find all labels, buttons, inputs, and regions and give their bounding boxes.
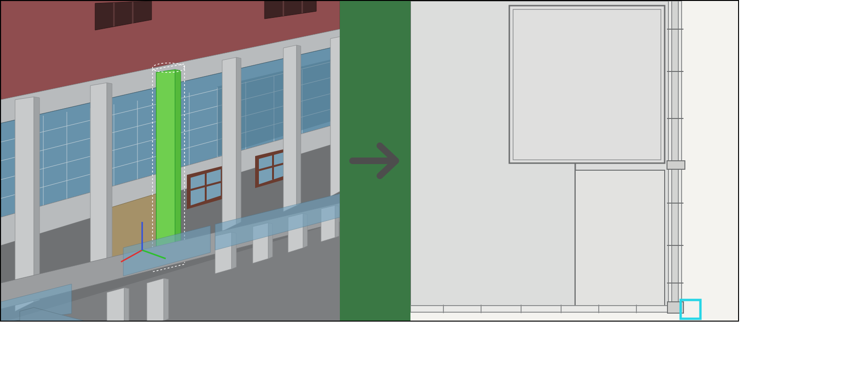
svg-marker-63 xyxy=(147,278,164,321)
view-2d[interactable] xyxy=(410,1,738,321)
svg-rect-80 xyxy=(672,1,678,311)
svg-marker-42 xyxy=(90,83,107,284)
svg-marker-47 xyxy=(297,45,301,205)
svg-marker-43 xyxy=(107,83,112,276)
svg-marker-62 xyxy=(124,288,129,321)
svg-marker-50 xyxy=(175,70,181,262)
svg-rect-75 xyxy=(509,6,665,163)
viewport-stage xyxy=(0,0,739,322)
view-3d-canvas[interactable] xyxy=(1,1,340,321)
svg-rect-84 xyxy=(667,161,685,169)
view-2d-canvas[interactable] xyxy=(410,1,738,321)
svg-marker-64 xyxy=(164,278,169,321)
arrow-right-icon xyxy=(347,133,403,189)
svg-marker-61 xyxy=(107,288,124,321)
svg-marker-48 xyxy=(330,37,340,197)
svg-marker-46 xyxy=(283,45,297,212)
svg-marker-45 xyxy=(236,57,241,224)
svg-rect-88 xyxy=(410,306,674,312)
app-root xyxy=(0,0,868,378)
svg-marker-41 xyxy=(34,97,40,302)
svg-rect-78 xyxy=(575,170,665,307)
svg-marker-44 xyxy=(222,57,236,231)
view-3d[interactable] xyxy=(1,1,340,321)
separator-panel xyxy=(340,1,410,321)
